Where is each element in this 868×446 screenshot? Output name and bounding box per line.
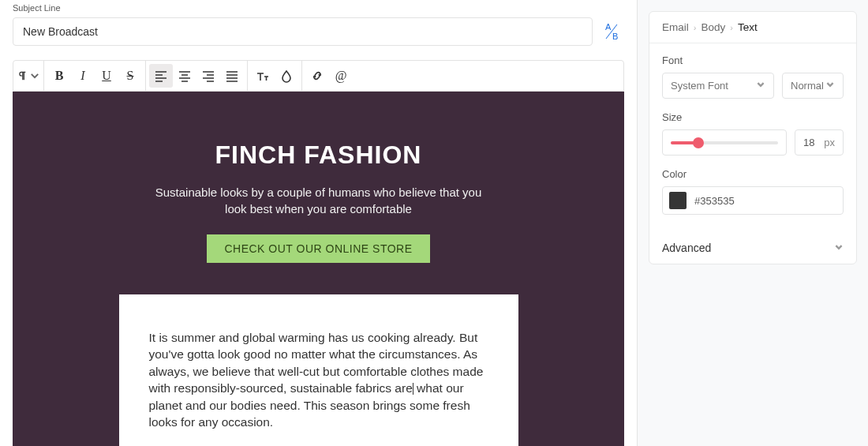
subject-line-label: Subject Line — [13, 3, 624, 13]
font-label: Font — [662, 54, 844, 66]
align-justify-icon — [225, 69, 239, 83]
align-left-button[interactable] — [149, 64, 173, 88]
hero-block[interactable]: FINCH FASHION Sustainable looks by a cou… — [13, 92, 624, 294]
link-icon — [310, 69, 324, 83]
chevron-right-icon: › — [730, 23, 733, 32]
ab-test-button[interactable]: A B — [599, 17, 624, 46]
advanced-section-toggle[interactable]: Advanced — [649, 232, 856, 264]
chevron-down-icon — [825, 80, 835, 92]
color-swatch — [669, 192, 687, 209]
align-center-button[interactable] — [173, 64, 196, 88]
underline-button[interactable]: U — [95, 64, 118, 88]
link-button[interactable] — [305, 64, 329, 88]
subject-line-input[interactable] — [13, 17, 593, 46]
ab-test-icon: A B — [601, 21, 622, 42]
breadcrumb-item[interactable]: Body — [701, 21, 725, 33]
align-center-icon — [178, 69, 192, 83]
text-color-button[interactable] — [275, 64, 298, 88]
size-value-input[interactable]: 18 px — [795, 129, 844, 156]
body-card[interactable]: It is summer and global warming has us c… — [119, 294, 518, 446]
svg-text:B: B — [612, 32, 618, 41]
droplet-icon — [279, 69, 294, 83]
color-picker[interactable]: #353535 — [662, 186, 844, 215]
chevron-down-icon — [834, 242, 844, 254]
font-family-select[interactable]: System Font — [662, 73, 774, 99]
email-canvas[interactable]: FINCH FASHION Sustainable looks by a cou… — [13, 92, 624, 446]
body-paragraph[interactable]: It is summer and global warming has us c… — [149, 329, 488, 430]
chevron-down-icon — [756, 80, 765, 92]
chevron-down-icon — [29, 69, 40, 83]
size-slider[interactable] — [662, 129, 787, 156]
breadcrumb: Email › Body › Text — [649, 12, 856, 43]
svg-text:A: A — [605, 22, 612, 32]
size-label: Size — [662, 111, 844, 123]
editor-toolbar: B I U S @ — [13, 60, 624, 92]
align-left-icon — [154, 69, 168, 83]
hero-title[interactable]: FINCH FASHION — [44, 141, 593, 170]
breadcrumb-current: Text — [738, 21, 758, 33]
pilcrow-icon — [17, 69, 28, 83]
inspector-sidebar: Email › Body › Text Font System Font Nor… — [638, 0, 868, 446]
breadcrumb-item[interactable]: Email — [662, 21, 689, 33]
color-label: Color — [662, 168, 844, 180]
color-hex: #353535 — [694, 195, 735, 207]
align-right-button[interactable] — [196, 64, 220, 88]
paragraph-style-dropdown[interactable] — [17, 64, 40, 88]
slider-thumb[interactable] — [693, 137, 704, 148]
italic-button[interactable]: I — [71, 64, 95, 88]
bold-button[interactable]: B — [47, 64, 71, 88]
align-justify-button[interactable] — [220, 64, 244, 88]
chevron-right-icon: › — [694, 23, 697, 32]
text-size-icon — [256, 69, 270, 83]
align-right-icon — [201, 69, 215, 83]
font-weight-select[interactable]: Normal — [782, 73, 844, 99]
text-size-button[interactable] — [251, 64, 275, 88]
strikethrough-button[interactable]: S — [118, 64, 142, 88]
mention-button[interactable]: @ — [329, 64, 353, 88]
hero-cta-button[interactable]: CHECK OUT OUR ONLINE STORE — [207, 234, 429, 263]
hero-tagline[interactable]: Sustainable looks by a couple of humans … — [145, 184, 492, 217]
